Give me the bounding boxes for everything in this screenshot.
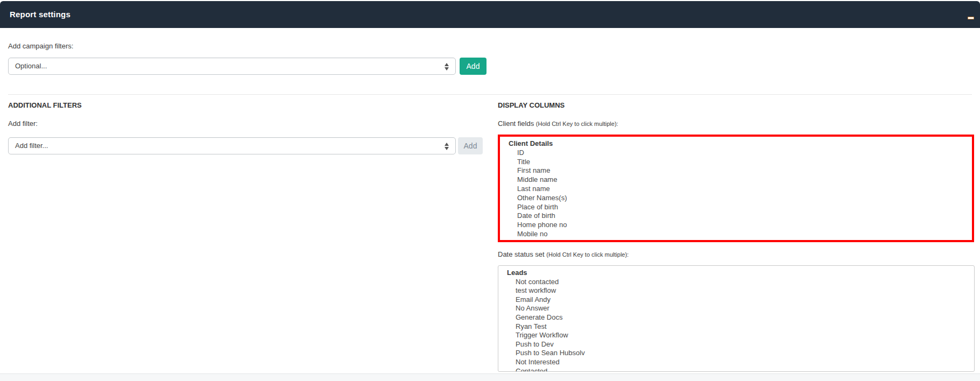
select-option[interactable]: Last name — [500, 185, 972, 194]
select-option[interactable]: Generate Docs — [498, 313, 974, 322]
select-option[interactable]: Other Names(s) — [500, 194, 972, 203]
select-option[interactable]: Place of birth — [500, 203, 972, 212]
panel-body: Add campaign filters: Optional... Add AD… — [0, 28, 980, 373]
date-status-set-listbox[interactable]: Leads Not contactedtest workflowEmail An… — [498, 265, 975, 372]
select-option[interactable]: Not Interested — [498, 358, 974, 367]
date-status-options: Not contactedtest workflowEmail AndyNo A… — [498, 278, 974, 372]
select-option[interactable]: Middle name — [500, 175, 972, 185]
select-option[interactable]: Title — [500, 158, 972, 167]
add-campaign-filter-button[interactable]: Add — [460, 58, 487, 75]
select-option[interactable]: Mobile no — [500, 230, 972, 239]
select-option[interactable]: Push to Dev — [498, 340, 974, 349]
campaign-filter-select-value: Optional... — [15, 62, 47, 70]
display-columns-heading: DISPLAY COLUMNS — [498, 101, 565, 109]
panel-title: Report settings — [10, 10, 70, 19]
select-option[interactable]: Home phone no — [500, 221, 972, 230]
section-divider — [8, 94, 972, 95]
campaign-filters-label: Add campaign filters: — [8, 42, 73, 50]
client-fields-label: Client fields (Hold Ctrl Key to click mu… — [498, 119, 618, 128]
select-stepper-icon — [445, 62, 449, 71]
select-option[interactable]: Email Andy — [498, 295, 974, 305]
client-fields-options: IDTitleFirst nameMiddle nameLast nameOth… — [500, 149, 972, 239]
campaign-filter-select[interactable]: Optional... — [8, 58, 456, 75]
collapse-minus-icon[interactable] — [968, 17, 974, 19]
client-fields-listbox[interactable]: Client Details IDTitleFirst nameMiddle n… — [498, 135, 974, 242]
date-status-group-label: Leads — [498, 269, 974, 278]
client-fields-hint: (Hold Ctrl Key to click multiple): — [536, 121, 618, 127]
date-status-set-hint: (Hold Ctrl Key to click multiple): — [546, 251, 629, 258]
select-option[interactable]: Trigger Workflow — [498, 331, 974, 340]
select-option[interactable]: Ryan Test — [498, 322, 974, 331]
add-filter-label: Add filter: — [8, 119, 38, 128]
select-option[interactable]: Date of birth — [500, 211, 972, 221]
additional-filters-heading: ADDITIONAL FILTERS — [8, 101, 82, 109]
select-option[interactable]: No Answer — [498, 304, 974, 313]
select-option[interactable]: Push to Sean Hubsolv — [498, 349, 974, 358]
select-stepper-icon — [445, 142, 449, 151]
select-option[interactable]: Contacted — [498, 367, 974, 372]
add-filter-button[interactable]: Add — [458, 137, 483, 154]
add-filter-select[interactable]: Add filter... — [8, 137, 456, 154]
add-filter-select-value: Add filter... — [15, 142, 48, 150]
select-option[interactable]: First name — [500, 166, 972, 175]
select-option[interactable]: ID — [500, 149, 972, 158]
page-background-strip — [0, 373, 980, 381]
panel-header: Report settings — [0, 1, 980, 28]
select-option[interactable]: test workflow — [498, 286, 974, 295]
select-option[interactable]: Not contacted — [498, 278, 974, 287]
date-status-set-label: Date status set (Hold Ctrl Key to click … — [498, 250, 629, 258]
client-fields-group-label: Client Details — [500, 139, 972, 149]
